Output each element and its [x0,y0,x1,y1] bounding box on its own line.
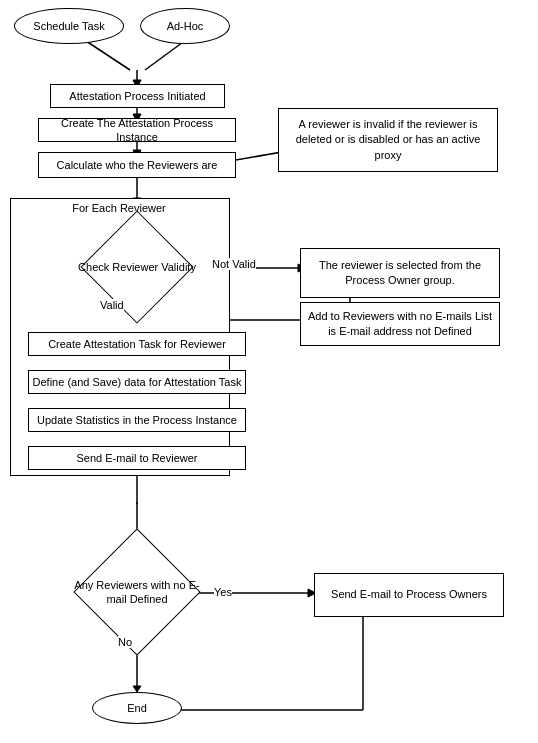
no-email-list-box: Add to Reviewers with no E-mails List is… [300,302,500,346]
process-owner-group-box: The reviewer is selected from the Proces… [300,248,500,298]
attestation-initiated-shape: Attestation Process Initiated [50,84,225,108]
send-email-reviewer-shape: Send E-mail to Reviewer [28,446,246,470]
calculate-reviewers-shape: Calculate who the Reviewers are [38,152,236,178]
attestation-initiated-label: Attestation Process Initiated [69,89,205,103]
define-save-shape: Define (and Save) data for Attestation T… [28,370,246,394]
send-email-owners-label: Send E-mail to Process Owners [331,587,487,602]
create-instance-label: Create The Attestation Process Instance [39,116,235,145]
valid-label: Valid [100,299,124,311]
create-task-shape: Create Attestation Task for Reviewer [28,332,246,356]
check-validity-wrapper: Check Reviewer Validity [68,238,206,296]
check-validity-text: Check Reviewer Validity [68,238,206,296]
process-owner-group-text: The reviewer is selected from the Proces… [305,258,495,289]
flowchart-diagram: Schedule Task Ad-Hoc Attestation Process… [0,0,538,743]
for-each-reviewer-text: For Each Reviewer [72,201,166,215]
update-statistics-shape: Update Statistics in the Process Instanc… [28,408,246,432]
create-instance-shape: Create The Attestation Process Instance [38,118,236,142]
update-statistics-label: Update Statistics in the Process Instanc… [37,413,237,427]
yes-label: Yes [214,586,232,598]
ad-hoc-shape: Ad-Hoc [140,8,230,44]
any-reviewers-wrapper: Any Reviewers with no E-mail Defined [68,553,206,631]
schedule-task-shape: Schedule Task [14,8,124,44]
no-label: No [118,636,132,648]
calculate-reviewers-label: Calculate who the Reviewers are [57,158,218,172]
ad-hoc-label: Ad-Hoc [167,19,204,33]
any-reviewers-text: Any Reviewers with no E-mail Defined [68,553,206,631]
no-email-list-text: Add to Reviewers with no E-mails List is… [305,309,495,340]
schedule-task-label: Schedule Task [33,19,104,33]
not-valid-label: Not Valid [212,258,256,270]
send-email-reviewer-label: Send E-mail to Reviewer [76,451,197,465]
create-task-label: Create Attestation Task for Reviewer [48,337,226,351]
reviewer-invalid-text: A reviewer is invalid if the reviewer is… [283,117,493,163]
send-email-owners-shape: Send E-mail to Process Owners [314,573,504,617]
reviewer-invalid-note: A reviewer is invalid if the reviewer is… [278,108,498,172]
define-save-label: Define (and Save) data for Attestation T… [33,375,242,389]
end-shape: End [92,692,182,724]
end-label: End [127,701,147,715]
for-each-reviewer-label: For Each Reviewer [54,200,184,216]
